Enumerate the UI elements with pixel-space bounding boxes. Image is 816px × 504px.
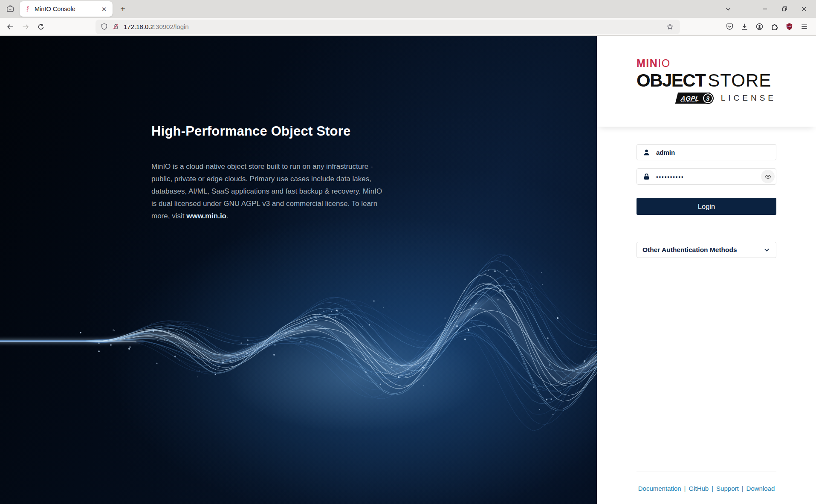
product-name: OBJECTSTORE [637, 72, 776, 90]
user-icon [642, 148, 651, 156]
url-bar[interactable]: 172.18.0.2:30902/login [95, 20, 680, 34]
url-host: 172.18.0.2 [124, 23, 154, 30]
password-field[interactable] [637, 168, 776, 185]
product-bold: OBJECT [637, 70, 705, 90]
tab-favicon-flamingo-icon [24, 6, 31, 12]
username-field[interactable] [637, 144, 776, 160]
insecure-lock-icon[interactable] [112, 23, 119, 30]
hero-panel: High-Performance Object Store MinIO is a… [0, 36, 597, 504]
navigation-toolbar: 172.18.0.2:30902/login uO [0, 18, 816, 36]
minio-logo: MINIO OBJECTSTORE AGPL Free Software 3 L… [637, 58, 776, 104]
restore-button[interactable] [778, 2, 791, 16]
browser-window: MinIO Console ✕ + [0, 0, 816, 504]
list-tabs-chevron-icon[interactable] [721, 2, 735, 16]
hero-description: MinIO is a cloud-native object store bui… [151, 160, 385, 222]
tracking-shield-icon[interactable] [101, 23, 108, 30]
wordmark-light: IO [658, 57, 670, 69]
footer-separator: | [742, 485, 744, 492]
close-window-button[interactable] [797, 2, 811, 16]
back-button[interactable] [3, 20, 17, 34]
chevron-down-icon [763, 246, 770, 254]
minimize-button[interactable] [758, 2, 772, 16]
menu-hamburger-icon[interactable] [797, 20, 811, 34]
username-input[interactable] [656, 149, 776, 156]
show-password-button[interactable] [761, 170, 775, 183]
new-tab-button[interactable]: + [116, 2, 130, 16]
extensions-puzzle-icon[interactable] [767, 20, 781, 34]
product-light: STORE [708, 70, 771, 90]
ublock-origin-icon[interactable]: uO [782, 20, 796, 34]
tab-minio-console[interactable]: MinIO Console ✕ [20, 1, 113, 17]
tab-title: MinIO Console [35, 6, 99, 12]
minio-website-link[interactable]: www.min.io [186, 212, 226, 220]
hero-link-suffix: . [226, 212, 229, 220]
wordmark-bold: MIN [637, 57, 658, 69]
svg-text:uO: uO [787, 25, 791, 28]
login-panel: MINIO OBJECTSTORE AGPL Free Software 3 L… [597, 36, 816, 504]
eye-icon [764, 173, 772, 180]
page-content: High-Performance Object Store MinIO is a… [0, 36, 816, 504]
hero-description-text: MinIO is a cloud-native object store bui… [151, 162, 382, 220]
pocket-icon[interactable] [723, 20, 736, 34]
firefox-view-icon [6, 5, 14, 13]
lock-icon [642, 173, 651, 181]
footer-divider [637, 472, 776, 472]
tab-bar: MinIO Console ✕ + [0, 0, 816, 18]
license-label: LICENSE [721, 93, 776, 103]
window-controls [721, 2, 811, 16]
login-header: MINIO OBJECTSTORE AGPL Free Software 3 L… [597, 36, 816, 127]
hero-wave-graphic [0, 36, 597, 504]
tab-close-icon[interactable]: ✕ [99, 4, 109, 14]
login-button[interactable]: Login [637, 198, 776, 215]
agpl-v3-mark: 3 [702, 93, 714, 104]
nav-buttons [3, 20, 48, 34]
url-text[interactable]: 172.18.0.2:30902/login [124, 23, 664, 30]
forward-button[interactable] [19, 20, 32, 34]
license-row: AGPL Free Software 3 LICENSE [637, 92, 776, 104]
account-icon[interactable] [752, 20, 766, 34]
hero-heading: High-Performance Object Store [151, 124, 350, 139]
toolbar-extensions-area: uO [723, 20, 813, 34]
agpl-badge-subtext: Free Software [680, 101, 697, 103]
footer-separator: | [684, 485, 686, 492]
footer-link-github[interactable]: GitHub [689, 485, 709, 492]
bookmark-star-icon[interactable] [664, 21, 676, 33]
footer-link-download[interactable]: Download [747, 485, 775, 492]
other-auth-methods-dropdown[interactable]: Other Authentication Methods [637, 242, 776, 258]
footer-links: Documentation|GitHub|Support|Download [597, 485, 816, 492]
firefox-view-button[interactable] [3, 2, 17, 16]
url-path: :30902/login [154, 23, 189, 30]
footer-link-documentation[interactable]: Documentation [638, 485, 681, 492]
downloads-icon[interactable] [738, 20, 751, 34]
other-auth-label: Other Authentication Methods [642, 246, 737, 254]
password-input[interactable] [656, 174, 776, 180]
footer-separator: | [712, 485, 713, 492]
footer-link-support[interactable]: Support [716, 485, 739, 492]
minio-wordmark: MINIO [637, 58, 776, 69]
reload-button[interactable] [34, 20, 48, 34]
